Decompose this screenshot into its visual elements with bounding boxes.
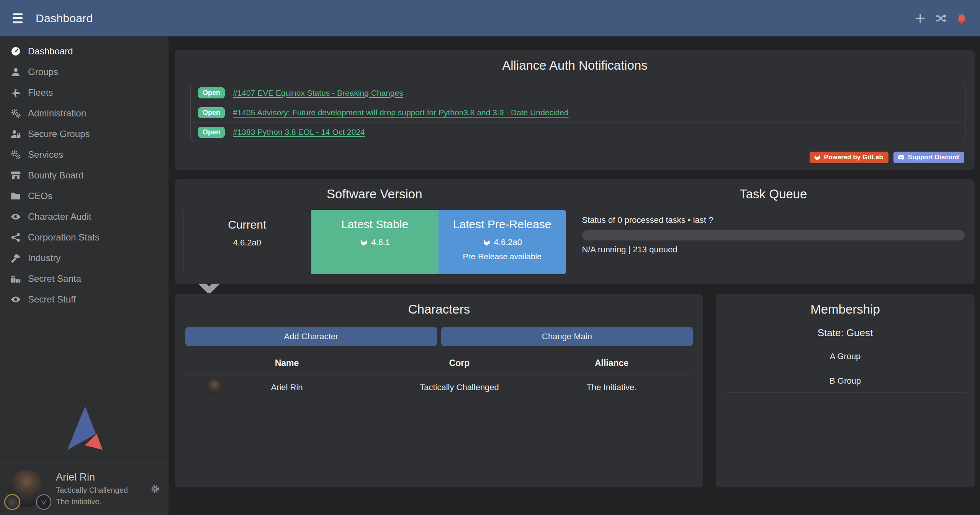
cogs-icon bbox=[10, 108, 21, 119]
plus-icon[interactable] bbox=[914, 12, 926, 25]
characters-panel: Characters Add Character Change Main Nam… bbox=[175, 294, 703, 487]
membership-panel: Membership State: Guest A Group B Group bbox=[716, 294, 975, 487]
sidebar-item-secure-groups[interactable]: Secure Groups bbox=[0, 124, 169, 144]
status-badge: Open bbox=[198, 87, 225, 98]
characters-title: Characters bbox=[185, 302, 693, 317]
table-header: Name Corp Alliance bbox=[185, 358, 693, 375]
hammer-icon bbox=[10, 253, 21, 263]
sidebar-item-bounty-board[interactable]: Bounty Board bbox=[0, 165, 169, 186]
gauge-icon bbox=[10, 46, 21, 57]
membership-state: State: Guest bbox=[725, 327, 965, 339]
notifications-title: Alliance Auth Notifications bbox=[175, 58, 975, 73]
notification-row: Open #1383 Python 3.8 EOL - 14 Oct 2024 bbox=[191, 122, 965, 142]
bell-icon[interactable] bbox=[955, 12, 968, 25]
gear-icon[interactable] bbox=[150, 484, 160, 494]
characters-buttons: Add Character Change Main bbox=[185, 327, 693, 346]
chevron-down-icon bbox=[152, 88, 161, 97]
software-version-title: Software Version bbox=[183, 187, 566, 201]
alliance-logo-badge: ▽ bbox=[36, 494, 51, 510]
add-character-button[interactable]: Add Character bbox=[185, 327, 437, 346]
latest-stable-box: Latest Stable 4.6.1 bbox=[311, 210, 439, 274]
eye-icon bbox=[10, 211, 21, 222]
sidebar-item-fleets[interactable]: Fleets bbox=[0, 82, 169, 103]
sidebar-user-panel: ▽ Ariel Rin Tactically Challenged The In… bbox=[0, 462, 169, 515]
gitlab-badge[interactable]: Powered by GitLab bbox=[810, 152, 888, 163]
sidebar-item-character-audit[interactable]: Character Audit bbox=[0, 206, 169, 227]
group-item: A Group bbox=[725, 344, 965, 368]
membership-title: Membership bbox=[725, 302, 965, 317]
gitlab-icon bbox=[483, 238, 491, 247]
chevron-down-icon bbox=[152, 109, 161, 118]
user-lock-icon bbox=[10, 129, 21, 139]
sidebar-nav: Dashboard Groups Fleets Administration S… bbox=[0, 36, 169, 310]
chevron-down-icon bbox=[152, 67, 161, 77]
sidebar-item-secret-santa[interactable]: Secret Santa bbox=[0, 268, 169, 289]
task-queue-title: Task Queue bbox=[582, 187, 965, 201]
character-avatar bbox=[207, 380, 222, 395]
cell-corp: Tactically Challenged bbox=[388, 383, 530, 392]
characters-table: Name Corp Alliance Ariel Rin Tactically … bbox=[185, 358, 693, 400]
sidebar-item-industry[interactable]: Industry bbox=[0, 248, 169, 268]
task-status-line: Status of 0 processed tasks • last ? bbox=[582, 215, 965, 225]
chevron-down-icon bbox=[152, 253, 161, 263]
software-taskqueue-panel: Software Version Current 4.6.2a0 Latest … bbox=[175, 179, 975, 284]
status-badge: Open bbox=[198, 107, 225, 118]
sidebar: Dashboard Groups Fleets Administration S… bbox=[0, 36, 169, 515]
main-content: Alliance Auth Notifications Open #1407 E… bbox=[169, 36, 980, 515]
page-title: Dashboard bbox=[36, 12, 93, 25]
current-version-box: Current 4.6.2a0 bbox=[183, 210, 311, 274]
alliance-auth-logo bbox=[0, 404, 169, 462]
bottom-row: Characters Add Character Change Main Nam… bbox=[175, 294, 975, 487]
column-alliance: Alliance bbox=[530, 358, 693, 374]
discord-icon bbox=[897, 154, 905, 161]
user-name: Ariel Rin bbox=[56, 471, 128, 483]
task-queue-line: N/A running | 213 queued bbox=[582, 245, 965, 255]
gitlab-icon bbox=[360, 238, 368, 247]
table-row: Ariel Rin Tactically Challenged The Init… bbox=[185, 375, 693, 400]
column-corp: Corp bbox=[388, 358, 530, 374]
sidebar-item-ceos[interactable]: CEOs bbox=[0, 186, 169, 206]
membership-groups: A Group B Group bbox=[725, 344, 965, 393]
notification-link[interactable]: #1407 EVE Equinox Status - Breaking Chan… bbox=[233, 88, 403, 98]
sidebar-item-groups[interactable]: Groups bbox=[0, 62, 169, 82]
hamburger-menu-icon[interactable] bbox=[10, 13, 25, 24]
task-progress-bar bbox=[582, 230, 965, 240]
user-corp: Tactically Challenged bbox=[56, 486, 128, 495]
notification-link[interactable]: #1383 Python 3.8 EOL - 14 Oct 2024 bbox=[233, 128, 365, 137]
task-queue-section: Task Queue Status of 0 processed tasks •… bbox=[569, 187, 966, 284]
share-icon bbox=[10, 232, 21, 243]
notifications-list: Open #1407 EVE Equinox Status - Breaking… bbox=[190, 83, 965, 142]
sidebar-item-administration[interactable]: Administration bbox=[0, 103, 169, 124]
user-alliance: The Initiative. bbox=[56, 497, 128, 506]
software-version-section: Software Version Current 4.6.2a0 Latest … bbox=[183, 187, 569, 284]
top-navbar: Dashboard bbox=[0, 0, 980, 36]
notification-row: Open #1405 Advisory: Future development … bbox=[191, 103, 965, 122]
sidebar-item-corporation-stats[interactable]: Corporation Stats bbox=[0, 227, 169, 248]
user-info: Ariel Rin Tactically Challenged The Init… bbox=[56, 471, 128, 506]
gifts-icon bbox=[10, 273, 21, 284]
corp-logo-badge bbox=[4, 494, 20, 510]
cell-alliance: The Initiative. bbox=[530, 383, 693, 392]
user-avatar: ▽ bbox=[8, 470, 46, 508]
external-badges: Powered by GitLab Support Discord bbox=[810, 152, 964, 163]
user-icon bbox=[10, 67, 21, 77]
status-badge: Open bbox=[198, 127, 225, 138]
prerelease-note: Pre-Release available bbox=[438, 252, 566, 261]
sidebar-item-dashboard[interactable]: Dashboard bbox=[0, 41, 169, 62]
notification-row: Open #1407 EVE Equinox Status - Breaking… bbox=[191, 83, 965, 103]
sidebar-item-services[interactable]: Services bbox=[0, 144, 169, 165]
notification-link[interactable]: #1405 Advisory: Future development will … bbox=[233, 108, 569, 117]
eye-icon bbox=[10, 294, 21, 305]
navbar-actions bbox=[914, 12, 968, 25]
change-main-button[interactable]: Change Main bbox=[441, 327, 693, 346]
latest-prerelease-box: Latest Pre-Release 4.6.2a0 Pre-Release a… bbox=[438, 210, 566, 274]
fighter-jet-icon bbox=[10, 87, 21, 98]
column-name: Name bbox=[185, 358, 388, 374]
sidebar-item-secret-stuff[interactable]: Secret Stuff bbox=[0, 289, 169, 310]
gitlab-icon bbox=[813, 154, 821, 161]
notifications-panel: Alliance Auth Notifications Open #1407 E… bbox=[175, 50, 975, 170]
discord-badge[interactable]: Support Discord bbox=[893, 152, 964, 163]
shuffle-icon[interactable] bbox=[935, 12, 947, 25]
cogs-icon bbox=[10, 149, 21, 160]
chevron-down-icon bbox=[152, 295, 161, 304]
